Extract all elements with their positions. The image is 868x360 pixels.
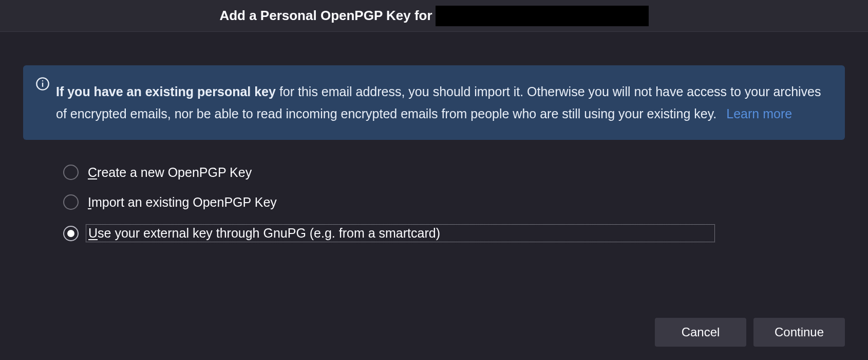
info-text: If you have an existing personal key for… [56, 81, 826, 124]
cancel-button[interactable]: Cancel [655, 318, 746, 347]
titlebar: Add a Personal OpenPGP Key for [0, 0, 868, 32]
learn-more-link[interactable]: Learn more [726, 106, 792, 121]
radio-indicator [63, 194, 79, 210]
radio-inner-dot [67, 230, 74, 237]
radio-label: Use your external key through GnuPG (e.g… [86, 224, 715, 242]
window-title: Add a Personal OpenPGP Key for [219, 6, 648, 26]
info-bold: If you have an existing personal key [56, 84, 276, 99]
radio-label: Import an existing OpenPGP Key [88, 195, 277, 210]
radio-use-external-key[interactable]: Use your external key through GnuPG (e.g… [63, 224, 845, 242]
title-prefix: Add a Personal OpenPGP Key for [219, 8, 432, 24]
radio-indicator [63, 165, 79, 180]
radio-indicator [63, 226, 79, 241]
radio-label: Create a new OpenPGP Key [88, 165, 252, 180]
radio-group: Create a new OpenPGP Key Import an exist… [23, 165, 845, 242]
info-banner: If you have an existing personal key for… [23, 65, 845, 140]
title-redacted-value [436, 6, 649, 26]
svg-point-2 [42, 80, 43, 81]
content-area: If you have an existing personal key for… [0, 32, 868, 242]
radio-create-new-key[interactable]: Create a new OpenPGP Key [63, 165, 845, 180]
continue-button[interactable]: Continue [753, 318, 845, 347]
radio-import-existing-key[interactable]: Import an existing OpenPGP Key [63, 194, 845, 210]
info-icon [35, 77, 50, 93]
button-row: Cancel Continue [655, 318, 845, 347]
